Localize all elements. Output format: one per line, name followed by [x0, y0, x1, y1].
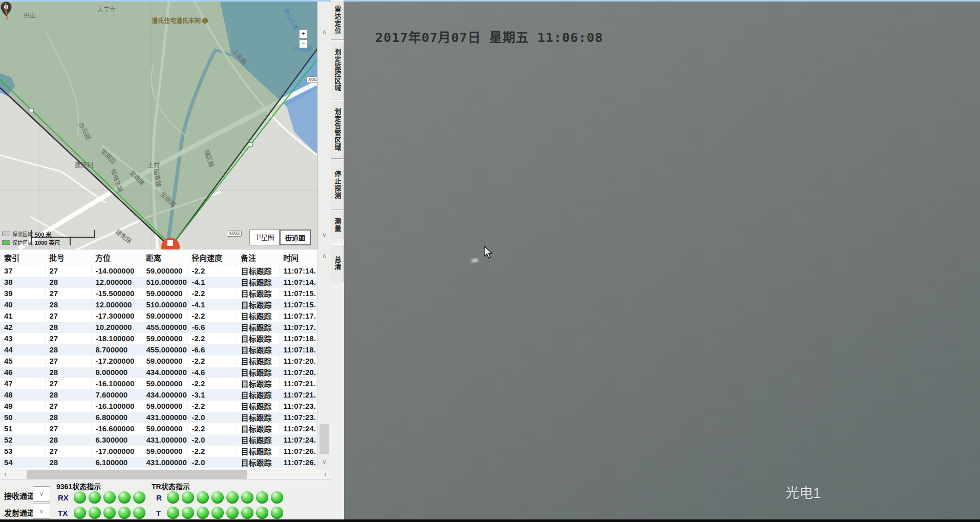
table-row[interactable]: 4727-16.10000059.000000-2.2目标跟踪11:07:21.	[0, 378, 316, 389]
table-scrollbar[interactable]: ∧ ∨	[317, 250, 330, 469]
satellite-map-button[interactable]: 卫星图	[249, 229, 280, 245]
receive-channel-select[interactable]: ∨	[33, 486, 50, 502]
toolbar-set-alert-area-button[interactable]: 划定告警区域	[331, 100, 344, 159]
table-cell: 40	[0, 299, 45, 310]
transmit-channel-select[interactable]: ∨	[33, 504, 50, 519]
table-cell: 12.000000	[91, 299, 142, 310]
street-map-button[interactable]: 街道图	[280, 229, 311, 245]
table-cell: 目标跟踪	[237, 367, 279, 378]
table-cell: 目标跟踪	[237, 277, 279, 288]
control-panel: 兴山天宁寺潘氏住宅潘氏宋祠余山水库小厨娘上余路办乌路建茂利上村宝鼎路宝鼎路宝鼎路…	[0, 2, 344, 522]
led-indicator	[182, 491, 194, 504]
table-cell: 目标跟踪	[237, 356, 279, 367]
road-badges: X002X002	[0, 2, 317, 249]
table-cell: -18.100000	[91, 333, 142, 344]
table-cell: 27	[45, 288, 91, 299]
detection-legend-label: 探测区域	[12, 230, 33, 238]
table-cell: 目标跟踪	[237, 333, 279, 344]
table-row[interactable]: 402812.000000510.000000-4.1目标跟踪11:07:15.	[0, 299, 316, 310]
table-cell: 12.000000	[91, 277, 142, 288]
table-row[interactable]: 4527-17.20000059.000000-2.2目标跟踪11:07:20.	[0, 356, 316, 367]
col-header-batch[interactable]: 批号	[45, 250, 91, 265]
scroll-up-icon[interactable]: ∧	[318, 252, 331, 260]
table-cell: 28	[45, 412, 91, 423]
led-indicator	[182, 507, 194, 519]
table-row[interactable]: 54286.100000431.000000-2.0目标跟踪11:07:26.	[0, 457, 316, 468]
table-cell: -3.1	[187, 389, 237, 401]
table-row[interactable]: 48287.600000434.000000-3.1目标跟踪11:07:21.	[0, 389, 316, 401]
table-cell: 47	[0, 378, 45, 389]
table-cell: -2.2	[187, 288, 237, 299]
toolbar-radar-locate-button[interactable]: 雷达定位	[331, 0, 344, 40]
led-indicator	[197, 491, 209, 504]
col-header-azimuth[interactable]: 方位	[91, 250, 142, 265]
col-header-index[interactable]: 索引	[0, 250, 45, 265]
table-cell: -17.300000	[91, 310, 142, 322]
table-row[interactable]: 382812.000000510.000000-4.1目标跟踪11:07:14.	[0, 277, 316, 288]
table-row[interactable]: 50286.800000431.000000-2.0目标跟踪11:07:23.	[0, 412, 316, 423]
table-cell: 11:07:14.	[279, 277, 316, 288]
table-cell: 59.000000	[142, 333, 187, 344]
table-cell: 11:07:17.	[279, 310, 316, 322]
toolbar-stop-detection-button[interactable]: 停止探测	[331, 160, 344, 210]
area-edit-handle[interactable]	[30, 108, 34, 112]
table-cell: 28	[45, 434, 91, 446]
scrollbar-thumb[interactable]	[319, 424, 329, 454]
table-row[interactable]: 5327-17.00000059.000000-2.2目标跟踪11:07:26.	[0, 446, 316, 457]
table-cell: 48	[0, 389, 45, 401]
col-header-remark[interactable]: 备注	[237, 250, 279, 265]
table-row[interactable]: 5127-16.60000059.000000-2.2目标跟踪11:07:24.	[0, 423, 316, 434]
table-cell: -2.2	[187, 265, 237, 277]
map-scrollbar[interactable]: ∧ ∨	[317, 2, 330, 249]
table-cell: 455.000000	[142, 344, 187, 356]
table-cell: 11:07:23.	[279, 401, 316, 412]
video-feed: 2017年07月07日 星期五 11:06:08 光电1	[344, 2, 980, 522]
table-row[interactable]: 3727-14.00000059.000000-2.2目标跟踪11:07:14.	[0, 265, 316, 277]
drone-target	[470, 257, 480, 264]
table-cell: 目标跟踪	[237, 288, 279, 299]
map-zoom-in-button[interactable]: +	[299, 30, 308, 38]
scroll-up-icon[interactable]: ∧	[318, 28, 331, 36]
rx-led-strip	[74, 491, 148, 506]
toolbar-measure-button[interactable]: 测量	[331, 211, 344, 239]
toolbar-set-monitor-area-button[interactable]: 划定监控区域	[331, 41, 344, 99]
scroll-down-icon[interactable]: ∨	[318, 231, 331, 239]
table-cell: -2.0	[187, 412, 237, 423]
col-header-velocity[interactable]: 径向速度	[187, 250, 237, 265]
table-cell: 28	[45, 299, 91, 310]
led-indicator	[103, 491, 116, 504]
t-label: T	[156, 509, 161, 517]
table-row[interactable]: 52286.300000431.000000-2.0目标跟踪11:07:24.	[0, 434, 316, 446]
table-cell: 59.000000	[142, 446, 187, 457]
scroll-left-icon[interactable]: ‹	[0, 469, 11, 480]
map-zoom-out-button[interactable]: −	[299, 39, 308, 48]
table-cell: 11:07:20.	[279, 367, 316, 378]
table-row[interactable]: 46288.000000434.000000-4.6目标跟踪11:07:20.	[0, 367, 316, 378]
radar-toolbar: 雷达定位 划定监控区域 划定告警区域 停止探测 测量 总清	[331, 0, 344, 520]
table-row[interactable]: 4327-18.10000059.000000-2.2目标跟踪11:07:18.	[0, 333, 316, 344]
led-indicator	[118, 491, 131, 504]
toolbar-clear-all-button[interactable]: 总清	[331, 244, 344, 282]
led-indicator	[197, 507, 209, 519]
table-cell: 431.000000	[142, 434, 187, 446]
table-cell: -2.2	[187, 423, 237, 434]
table-row[interactable]: 3927-15.50000059.000000-2.2目标跟踪11:07:15.	[0, 288, 316, 299]
scroll-right-icon[interactable]: ›	[320, 469, 331, 480]
table-hscrollbar[interactable]: ‹ ›	[0, 469, 331, 479]
table-row[interactable]: 4127-17.30000059.000000-2.2目标跟踪11:07:17.	[0, 310, 316, 322]
mouse-cursor-icon	[483, 246, 495, 259]
scroll-down-icon[interactable]: ∨	[318, 458, 331, 466]
table-cell: -2.2	[187, 378, 237, 389]
table-row[interactable]: 44288.700000455.000000-6.6目标跟踪11:07:18.	[0, 344, 316, 356]
table-row[interactable]: 422810.200000455.000000-6.6目标跟踪11:07:17.	[0, 322, 316, 333]
area-edit-handle[interactable]	[249, 142, 253, 147]
table-cell: -6.6	[187, 322, 237, 333]
map-view[interactable]: 兴山天宁寺潘氏住宅潘氏宋祠余山水库小厨娘上余路办乌路建茂利上村宝鼎路宝鼎路宝鼎路…	[0, 2, 317, 249]
table-cell: 43	[0, 333, 45, 344]
table-cell: 45	[0, 356, 45, 367]
table-row[interactable]: 4927-16.10000059.000000-2.2目标跟踪11:07:23.	[0, 401, 316, 412]
col-header-time[interactable]: 时间	[279, 250, 316, 265]
table-cell: 11:07:26.	[279, 457, 316, 468]
scrollbar-thumb[interactable]	[27, 470, 247, 479]
col-header-range[interactable]: 距离	[142, 250, 187, 265]
